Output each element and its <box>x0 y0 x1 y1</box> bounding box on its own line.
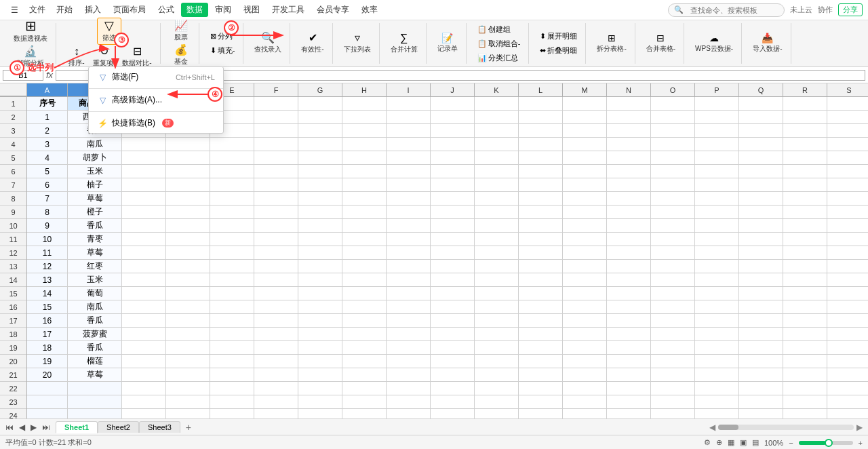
cell-l21[interactable] <box>519 368 563 382</box>
cell-o13[interactable] <box>651 260 695 273</box>
cell-s17[interactable] <box>827 314 868 328</box>
nav-next[interactable]: ▶ <box>28 423 39 432</box>
cell-c12[interactable] <box>122 246 166 260</box>
cell-j23[interactable] <box>431 395 475 409</box>
cell-a13[interactable]: 12 <box>27 260 68 273</box>
menu-view[interactable]: 视图 <box>238 3 265 17</box>
cell-g2[interactable] <box>298 111 342 124</box>
cell-k9[interactable] <box>475 206 519 219</box>
menu-data[interactable]: 数据 <box>181 3 208 17</box>
create-btn[interactable]: 📋 创建组 <box>475 23 524 36</box>
cell-b10[interactable]: 香瓜 <box>68 219 122 233</box>
pivot-table-btn[interactable]: ⊞ 数据透视表 <box>11 18 50 45</box>
cell-i12[interactable] <box>387 246 431 260</box>
cell-q2[interactable] <box>739 111 783 124</box>
col-header-m[interactable]: M <box>563 83 607 96</box>
cell-g14[interactable] <box>298 273 342 287</box>
col-header-h[interactable]: H <box>342 83 387 96</box>
sheet-tab-2[interactable]: Sheet2 <box>98 421 139 433</box>
cell-o19[interactable] <box>651 341 695 355</box>
cell-c14[interactable] <box>122 273 166 287</box>
cell-a10[interactable]: 9 <box>27 219 68 233</box>
row-header-14[interactable]: 14 <box>0 273 26 287</box>
menu-devtools[interactable]: 开发工具 <box>267 3 310 17</box>
cell-h13[interactable] <box>342 260 387 273</box>
cell-r12[interactable] <box>783 246 827 260</box>
cell-m6[interactable] <box>563 165 607 178</box>
cell-j6[interactable] <box>431 165 475 178</box>
cell-c22[interactable] <box>122 382 166 395</box>
cell-n10[interactable] <box>607 219 651 233</box>
zoom-handle[interactable] <box>825 439 833 447</box>
cell-a12[interactable]: 11 <box>27 246 68 260</box>
cell-k20[interactable] <box>475 355 519 368</box>
cell-e4[interactable] <box>210 138 254 151</box>
menu-member[interactable]: 会员专享 <box>311 3 355 17</box>
cell-r22[interactable] <box>783 382 827 395</box>
cell-l9[interactable] <box>519 206 563 219</box>
cell-k18[interactable] <box>475 328 519 341</box>
sheet-tab-1[interactable]: Sheet1 <box>56 421 98 433</box>
cell-m5[interactable] <box>563 151 607 165</box>
row-header-9[interactable]: 9 <box>0 206 26 219</box>
data-compare-btn[interactable]: ⊟ 数据对比- <box>119 45 154 69</box>
row-header-18[interactable]: 18 <box>0 328 26 341</box>
menu-review[interactable]: 审阅 <box>210 3 237 17</box>
cell-o3[interactable] <box>651 124 695 138</box>
cell-i4[interactable] <box>387 138 431 151</box>
cell-a19[interactable]: 18 <box>27 341 68 355</box>
cell-q22[interactable] <box>739 382 783 395</box>
cell-p5[interactable] <box>695 151 739 165</box>
cell-j1[interactable] <box>431 97 475 111</box>
cell-j15[interactable] <box>431 287 475 300</box>
cell-c19[interactable] <box>122 341 166 355</box>
cell-r5[interactable] <box>783 151 827 165</box>
cell-c6[interactable] <box>122 165 166 178</box>
cell-j18[interactable] <box>431 328 475 341</box>
cell-n5[interactable] <box>607 151 651 165</box>
cell-o14[interactable] <box>651 273 695 287</box>
cell-p23[interactable] <box>695 395 739 409</box>
cell-c21[interactable] <box>122 368 166 382</box>
cell-b7[interactable]: 柚子 <box>68 178 122 192</box>
cell-h12[interactable] <box>342 246 387 260</box>
dropdown2-btn[interactable]: ▿ 下拉列表 <box>341 31 374 56</box>
cell-o7[interactable] <box>651 178 695 192</box>
cell-g4[interactable] <box>298 138 342 151</box>
scroll-right[interactable]: ▶ <box>856 423 863 432</box>
cell-s19[interactable] <box>827 341 868 355</box>
quick-filter-menu-item[interactable]: ⚡ 快捷筛选(B) 新 <box>89 113 223 133</box>
cell-o9[interactable] <box>651 206 695 219</box>
cell-d6[interactable] <box>166 165 210 178</box>
cell-k24[interactable] <box>475 409 519 418</box>
cell-n1[interactable] <box>607 97 651 111</box>
cell-l20[interactable] <box>519 355 563 368</box>
cell-i24[interactable] <box>387 409 431 418</box>
cell-i9[interactable] <box>387 206 431 219</box>
cell-i23[interactable] <box>387 395 431 409</box>
cell-h17[interactable] <box>342 314 387 328</box>
cell-d9[interactable] <box>166 206 210 219</box>
cell-c20[interactable] <box>122 355 166 368</box>
cell-n21[interactable] <box>607 368 651 382</box>
cell-a16[interactable]: 15 <box>27 300 68 314</box>
cell-r8[interactable] <box>783 192 827 206</box>
cell-i21[interactable] <box>387 368 431 382</box>
cell-c23[interactable] <box>122 395 166 409</box>
cell-a1[interactable]: 序号 <box>27 97 68 111</box>
cell-a22[interactable] <box>27 382 68 395</box>
cell-h16[interactable] <box>342 300 387 314</box>
cell-d23[interactable] <box>166 395 210 409</box>
row-header-11[interactable]: 11 <box>0 233 26 246</box>
col-header-j[interactable]: J <box>431 83 475 96</box>
cell-g19[interactable] <box>298 341 342 355</box>
cell-c15[interactable] <box>122 287 166 300</box>
cell-p7[interactable] <box>695 178 739 192</box>
cell-j20[interactable] <box>431 355 475 368</box>
cell-h14[interactable] <box>342 273 387 287</box>
fill-btn[interactable]: ⬇ 填充- <box>208 44 238 57</box>
cell-d17[interactable] <box>166 314 210 328</box>
cell-m15[interactable] <box>563 287 607 300</box>
cell-g13[interactable] <box>298 260 342 273</box>
cell-f9[interactable] <box>254 206 298 219</box>
